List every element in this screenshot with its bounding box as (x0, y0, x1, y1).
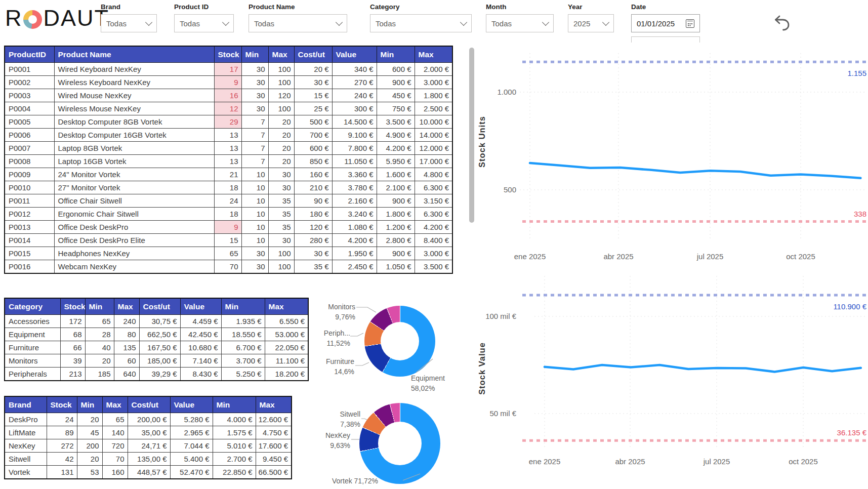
table-row[interactable]: P0008Laptop 16GB Vortek13720850 €11.050 … (5, 155, 452, 168)
category-dropdown[interactable]: Todas (370, 14, 472, 32)
cell: 4.459 € (180, 315, 221, 328)
cell: 2.160 € (332, 194, 377, 208)
product-name-dropdown[interactable]: Todas (249, 14, 347, 32)
column-header[interactable]: Min (77, 396, 102, 413)
cell: 42 (47, 453, 77, 466)
table-row[interactable]: Sitwell422070135,00 €5.400 €2.700 €9.450… (5, 453, 292, 466)
column-header[interactable]: Stock (60, 298, 85, 315)
brand-donut-chart[interactable] (359, 403, 440, 484)
cell: Wired Mouse NexKey (54, 89, 214, 102)
column-header[interactable]: Product Name (54, 46, 214, 63)
cell: 850 € (294, 155, 332, 168)
year-dropdown[interactable]: 2025 (568, 14, 614, 32)
cell: 213 (60, 368, 85, 381)
table-row[interactable]: Peripherals21318564039,29 €8.430 €5.250 … (5, 368, 308, 381)
cell: Webcam NexKey (54, 260, 214, 273)
table-row[interactable]: P0012Ergonomic Chair Sitwell181035180 €3… (5, 208, 452, 221)
cell: 185 (85, 368, 114, 381)
table-row[interactable]: Accessories1726524030,75 €4.459 €1.935 €… (5, 315, 308, 328)
column-header[interactable]: Max (256, 396, 292, 413)
column-header[interactable]: Min (377, 46, 415, 63)
table-row[interactable]: P000924" Monitor Vortek211030160 €3.360 … (5, 168, 452, 181)
column-header[interactable]: Max (415, 46, 452, 63)
date-input[interactable]: 01/01/2025 (631, 14, 700, 32)
cell: 300 € (332, 102, 377, 115)
cell: Office Chair Sitwell (54, 194, 214, 208)
donut-callout-nexkey: NexKey9,63% (300, 430, 350, 451)
calendar-icon[interactable] (686, 19, 694, 28)
table-row[interactable]: NexKey27220072024,71 €7.044 €5.010 €17.6… (5, 439, 292, 453)
cell: 14.000 € (415, 129, 452, 142)
undo-button[interactable] (772, 13, 793, 33)
table-row[interactable]: P0007Laptop 8GB Vortek13720600 €7.800 €4… (5, 142, 452, 155)
column-header[interactable]: Cost/ut (294, 46, 332, 63)
cell: 100 (268, 76, 294, 89)
column-header[interactable]: Stock (47, 396, 77, 413)
cell: 30 € (294, 76, 332, 89)
table-row[interactable]: P0002Wireless Keyboard NexKey93010030 €2… (5, 76, 452, 89)
column-header[interactable]: Cost/ut (128, 396, 170, 413)
column-header[interactable]: Max (265, 298, 308, 315)
cell: 68 (60, 328, 85, 341)
cell: 160 (102, 466, 128, 479)
column-header[interactable]: Min (241, 46, 268, 63)
column-header[interactable]: Category (5, 298, 60, 315)
column-header[interactable]: Max (268, 46, 294, 63)
filter-year: Year 2025 (568, 3, 614, 32)
product-id-dropdown[interactable]: Todas (174, 14, 234, 32)
column-header[interactable]: ProductID (5, 46, 54, 63)
column-header[interactable]: Max (102, 396, 128, 413)
table-row[interactable]: P0011Office Chair Sitwell24103590 €2.160… (5, 194, 452, 208)
cell: 448,57 € (128, 466, 170, 479)
cell: 35 € (294, 260, 332, 273)
column-header[interactable]: Brand (5, 396, 47, 413)
table-row[interactable]: Furniture6640135167,50 €10.680 €6.700 €2… (5, 341, 308, 354)
table-row[interactable]: P0013Office Desk DeskPro91035120 €1.080 … (5, 221, 452, 234)
cell: 3.000 € (415, 76, 452, 89)
table-row[interactable]: DeskPro242065200,00 €5.280 €4.000 €12.60… (5, 413, 292, 426)
category-summary-table: CategoryStockMinMaxCost/utValueMinMaxAcc… (4, 298, 309, 381)
table-row[interactable]: P0006Desktop Computer 16GB Vortek1372070… (5, 129, 452, 142)
table-row[interactable]: Vortek13153160448,57 €52.470 €22.850 €66… (5, 466, 292, 479)
table-row[interactable]: P0004Wireless Mouse NexKey123010025 €300… (5, 102, 452, 115)
column-header[interactable]: Value (332, 46, 377, 63)
cell: 9.450 € (256, 453, 292, 466)
table-row[interactable]: P0005Desktop Computer 8GB Vortek29720500… (5, 115, 452, 129)
cell: 18 (214, 181, 241, 194)
cell: Wired Keyboard NexKey (54, 63, 214, 76)
header-row: ProductIDProduct NameStockMinMaxCost/utV… (5, 46, 452, 63)
column-header[interactable]: Stock (214, 46, 241, 63)
table-row[interactable]: P0014Office Desk DeskPro Elite151030280 … (5, 234, 452, 247)
table-row[interactable]: P0001Wired Keyboard NexKey173010020 €340… (5, 63, 452, 76)
cell: 5.400 € (170, 453, 213, 466)
table-row[interactable]: Equipment682880662,50 €42.450 €18.550 €5… (5, 328, 308, 341)
column-header[interactable]: Value (180, 298, 221, 315)
column-header[interactable]: Value (170, 396, 213, 413)
column-header[interactable]: Min (213, 396, 256, 413)
category-donut-chart[interactable] (364, 306, 435, 377)
cell: Desktop Computer 8GB Vortek (54, 115, 214, 129)
column-header[interactable]: Cost/ut (139, 298, 180, 315)
column-header[interactable]: Max (114, 298, 139, 315)
cell: 9 (214, 221, 241, 234)
month-dropdown[interactable]: Todas (486, 14, 554, 32)
brand-dropdown[interactable]: Todas (101, 14, 157, 32)
donut-hole (378, 422, 422, 465)
cell: 4.900 € (377, 129, 415, 142)
stock-units-line-chart: 5001.0001.155338ene 2025abr 2025jul 2025… (466, 43, 868, 261)
column-header[interactable]: Min (85, 298, 114, 315)
table-row[interactable]: P0003Wired Mouse NexKey163012015 €240 €4… (5, 89, 452, 102)
table-row[interactable]: P0015Headphones NexKey653010030 €1.950 €… (5, 247, 452, 260)
table-row[interactable]: P001027" Monitor Vortek181030210 €3.780 … (5, 181, 452, 194)
cell: NexKey (5, 439, 47, 453)
date-range-end-input[interactable] (631, 36, 700, 43)
column-header[interactable]: Min (221, 298, 265, 315)
table-row[interactable]: LiftMate894514035,00 €2.965 €1.575 €4.75… (5, 426, 292, 439)
table-row[interactable]: P0016Webcam NexKey703010035 €2.450 €1.05… (5, 260, 452, 273)
cell: 167,50 € (139, 341, 180, 354)
cell: 240 € (332, 89, 377, 102)
cell: 24,71 € (128, 439, 170, 453)
products-table: ProductIDProduct NameStockMinMaxCost/utV… (4, 46, 453, 274)
table-row[interactable]: Monitors392060185,00 €7.140 €3.700 €11.1… (5, 354, 308, 368)
min-reference-label: 338 (854, 210, 866, 218)
